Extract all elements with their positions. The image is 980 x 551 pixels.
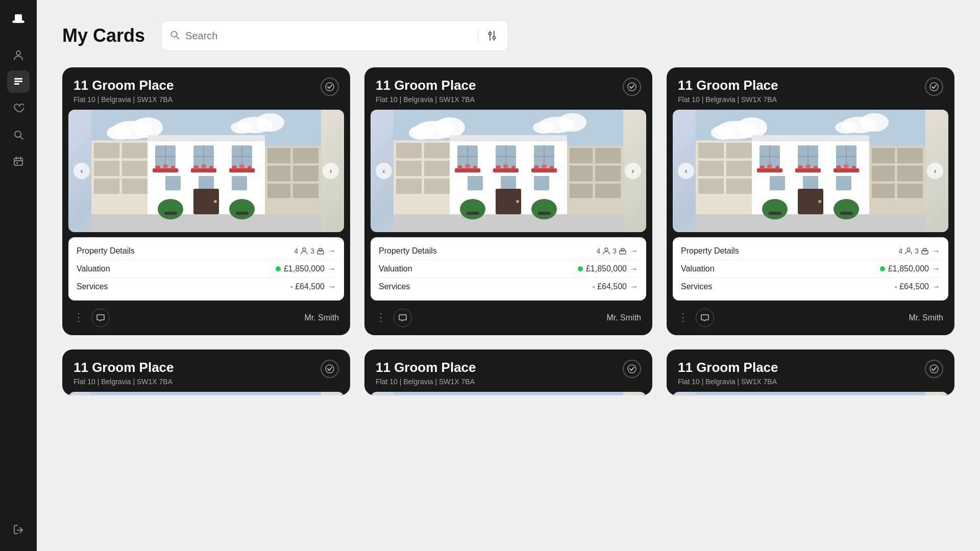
svg-point-275 [628, 365, 636, 373]
sidebar-item-favorites[interactable] [7, 97, 30, 119]
svg-rect-63 [199, 176, 214, 190]
svg-point-123 [542, 164, 547, 168]
services-row[interactable]: Services - £64,500 → [379, 278, 638, 295]
svg-rect-13 [16, 162, 18, 164]
card-details: Property Details 4 3 → Valuation £1,850,… [68, 237, 344, 300]
svg-point-53 [155, 165, 160, 169]
svg-rect-144 [570, 184, 593, 198]
svg-point-57 [201, 164, 206, 168]
property-details-arrow: → [328, 246, 336, 256]
chat-button[interactable] [696, 309, 714, 327]
property-details-value: 4 3 → [898, 246, 940, 256]
svg-point-212 [326, 365, 334, 373]
sidebar-item-search[interactable] [7, 123, 30, 146]
property-icons: 4 3 [294, 247, 325, 255]
svg-rect-208 [897, 184, 923, 198]
valuation-amount: £1,850,000 [888, 264, 929, 273]
image-next-button[interactable]: › [625, 163, 641, 179]
services-value: - £64,500 → [290, 282, 336, 291]
card-check-icon[interactable] [623, 360, 641, 378]
card-check-icon[interactable] [321, 360, 339, 378]
card-check-icon[interactable] [925, 360, 943, 378]
valuation-row[interactable]: Valuation £1,850,000 → [77, 260, 336, 278]
svg-rect-79 [267, 166, 290, 181]
search-divider [478, 29, 478, 43]
svg-rect-97 [424, 143, 452, 158]
card-check-icon[interactable] [623, 78, 641, 96]
valuation-row[interactable]: Valuation £1,850,000 → [681, 260, 940, 278]
svg-point-58 [209, 166, 213, 169]
svg-point-146 [605, 248, 608, 251]
svg-rect-198 [769, 212, 781, 215]
more-options-button[interactable]: ··· [74, 312, 85, 324]
image-prev-button[interactable]: ‹ [678, 163, 694, 179]
svg-rect-64 [232, 176, 247, 190]
card-details: Property Details 4 3 → Valuation £1,850,… [673, 237, 948, 300]
sidebar-item-cards[interactable] [7, 70, 30, 93]
svg-point-23 [326, 83, 334, 91]
svg-point-185 [836, 165, 841, 169]
footer-left: ··· [74, 309, 110, 327]
card-subtitle: Flat 10 | Belgravia | SW1X 7BA [376, 95, 476, 104]
search-input[interactable] [185, 30, 472, 42]
more-options-button[interactable]: ··· [678, 312, 690, 324]
svg-rect-203 [872, 148, 895, 163]
sidebar-item-logout[interactable] [7, 518, 30, 541]
card-check-icon[interactable] [321, 78, 339, 96]
image-next-button[interactable]: › [927, 163, 943, 179]
more-options-button[interactable]: ··· [376, 312, 387, 324]
svg-point-156 [835, 121, 857, 134]
svg-point-120 [503, 164, 508, 168]
sidebar-logo[interactable] [9, 10, 28, 32]
card-title: 11 Groom Place [376, 78, 476, 93]
svg-point-116 [457, 165, 462, 169]
svg-point-30 [231, 121, 253, 134]
svg-rect-6 [14, 83, 19, 85]
svg-point-61 [248, 166, 252, 169]
property-details-row[interactable]: Property Details 4 3 → [681, 242, 940, 260]
svg-point-56 [193, 165, 199, 169]
sidebar-item-profile[interactable] [7, 44, 30, 66]
property-details-row[interactable]: Property Details 4 3 → [379, 242, 638, 260]
valuation-row[interactable]: Valuation £1,850,000 → [379, 260, 638, 278]
property-details-label: Property Details [77, 246, 135, 256]
svg-rect-100 [396, 179, 422, 194]
svg-point-121 [511, 166, 516, 169]
svg-rect-72 [164, 212, 177, 215]
svg-point-183 [805, 164, 811, 168]
filter-button[interactable] [484, 28, 500, 43]
svg-rect-103 [450, 135, 567, 141]
card-check-icon[interactable] [925, 78, 943, 96]
card-title: 11 Groom Place [376, 360, 476, 375]
svg-rect-160 [726, 143, 754, 158]
chat-button[interactable] [91, 309, 110, 327]
card-image: ‹ › [68, 110, 344, 232]
svg-rect-33 [94, 143, 119, 158]
card-image: ‹ › [673, 110, 948, 232]
svg-point-71 [229, 199, 255, 219]
property-details-label: Property Details [379, 246, 437, 256]
chat-button[interactable] [394, 309, 412, 327]
card-header: 11 Groom Place Flat 10 | Belgravia | SW1… [667, 349, 954, 392]
property-card-3: 11 Groom Place Flat 10 | Belgravia | SW1… [667, 67, 954, 335]
card-header: 11 Groom Place Flat 10 | Belgravia | SW1… [667, 67, 954, 110]
image-prev-button[interactable]: ‹ [74, 163, 90, 179]
image-next-button[interactable]: › [323, 163, 339, 179]
svg-rect-4 [14, 78, 22, 80]
services-row[interactable]: Services - £64,500 → [77, 278, 336, 295]
svg-rect-2 [12, 21, 24, 22]
services-row[interactable]: Services - £64,500 → [681, 278, 940, 295]
card-footer: ··· Mr. Smith [62, 307, 350, 335]
svg-rect-164 [726, 179, 754, 194]
image-prev-button[interactable]: ‹ [376, 163, 392, 179]
svg-point-122 [534, 165, 539, 169]
sidebar-item-calendar[interactable] [7, 150, 30, 172]
services-arrow: → [630, 282, 638, 291]
svg-rect-98 [396, 161, 422, 176]
svg-rect-38 [122, 179, 150, 194]
svg-point-89 [434, 117, 465, 138]
svg-rect-163 [698, 179, 724, 194]
svg-rect-40 [148, 135, 265, 141]
property-details-row[interactable]: Property Details 4 3 → [77, 242, 336, 260]
svg-rect-101 [424, 179, 452, 194]
